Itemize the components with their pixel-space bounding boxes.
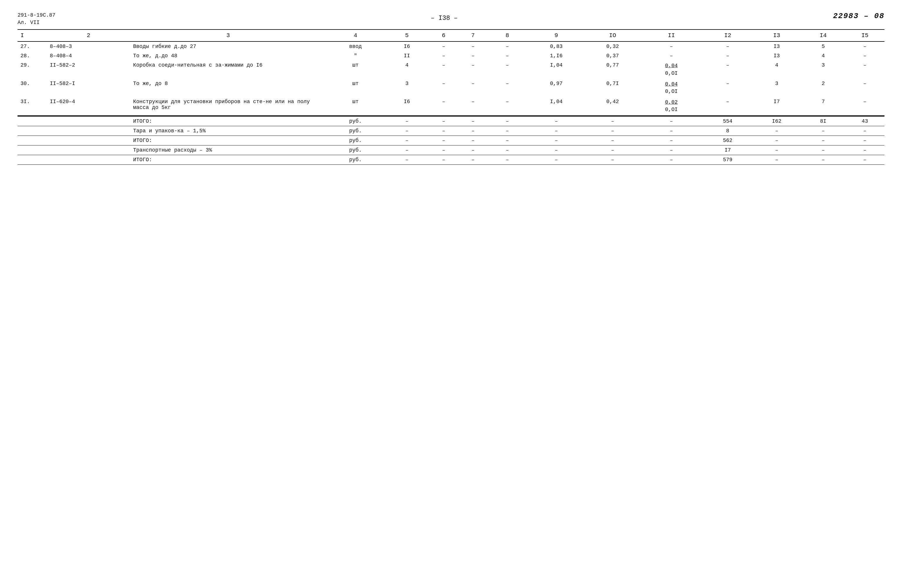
summary-col4: руб. xyxy=(326,155,385,164)
col-header-14: I4 xyxy=(801,30,845,41)
value-top: 0,04 xyxy=(665,81,678,88)
summary-col13: – xyxy=(752,126,801,136)
summary-col12: 8 xyxy=(703,126,752,136)
row-col9: I,04 xyxy=(527,97,586,116)
row-col5: I6 xyxy=(385,97,429,116)
row-name: То же, до 8 xyxy=(130,79,326,97)
row-col10: 0,32 xyxy=(586,41,639,51)
row-col5: 3 xyxy=(385,79,429,97)
row-col8: – xyxy=(488,51,527,61)
row-col11: 0,02 0,OI xyxy=(640,97,703,116)
stacked-value: 0,04 0,OI xyxy=(642,81,700,95)
row-col13: I7 xyxy=(752,97,801,116)
summary-col7: – xyxy=(459,145,488,155)
table-row: 27. 8–408–3 Вводы гибкие д.до 27 ввод I6… xyxy=(17,41,885,51)
row-col6: – xyxy=(429,97,459,116)
col-header-5: 5 xyxy=(385,30,429,41)
col-header-13: I3 xyxy=(752,30,801,41)
value-bottom: 0,OI xyxy=(665,88,678,95)
summary-col4: руб. xyxy=(326,126,385,136)
col-header-12: I2 xyxy=(703,30,752,41)
row-col13: 3 xyxy=(752,79,801,97)
summary-col9: – xyxy=(527,136,586,145)
summary-num xyxy=(17,145,47,155)
summary-col14: – xyxy=(801,145,845,155)
row-code: II–582–2 xyxy=(47,61,130,78)
summary-col10: – xyxy=(586,136,639,145)
row-col7: – xyxy=(459,97,488,116)
row-col10: 0,42 xyxy=(586,97,639,116)
summary-code xyxy=(47,126,130,136)
summary-code xyxy=(47,155,130,164)
row-col14: 3 xyxy=(801,61,845,78)
row-code: II–582–I xyxy=(47,79,130,97)
row-num: 30. xyxy=(17,79,47,97)
row-col10: 0,7I xyxy=(586,79,639,97)
row-num: 28. xyxy=(17,51,47,61)
summary-col15: – xyxy=(845,126,885,136)
row-col12: – xyxy=(703,41,752,51)
row-col4: " xyxy=(326,51,385,61)
row-col12: – xyxy=(703,79,752,97)
row-col15: – xyxy=(845,41,885,51)
header: 291-8-19С.87 Ал. VII – I38 – 22983 – 08 xyxy=(17,12,885,26)
summary-col11: – xyxy=(640,136,703,145)
summary-num xyxy=(17,126,47,136)
summary-col12: 554 xyxy=(703,116,752,126)
summary-col9: – xyxy=(527,126,586,136)
summary-col8: – xyxy=(488,126,527,136)
summary-row: ИТОГО: руб. – – – – – – – 554 I62 8I 43 xyxy=(17,116,885,126)
col-header-7: 7 xyxy=(459,30,488,41)
table-row: 30. II–582–I То же, до 8 шт 3 – – – 0,97… xyxy=(17,79,885,97)
row-name: То же, д.до 48 xyxy=(130,51,326,61)
col-header-11: II xyxy=(640,30,703,41)
stacked-value: 0,02 0,OI xyxy=(642,99,700,113)
row-code: 8–408–4 xyxy=(47,51,130,61)
summary-row: ИТОГО: руб. – – – – – – – 579 – – – xyxy=(17,155,885,164)
row-col12: – xyxy=(703,97,752,116)
row-col14: 5 xyxy=(801,41,845,51)
value-bottom: 0,OI xyxy=(665,70,678,77)
row-col7: – xyxy=(459,41,488,51)
row-col13: I3 xyxy=(752,41,801,51)
row-col5: II xyxy=(385,51,429,61)
summary-col6: – xyxy=(429,116,459,126)
row-code: II–620–4 xyxy=(47,97,130,116)
row-num: 29. xyxy=(17,61,47,78)
summary-col14: – xyxy=(801,136,845,145)
summary-col7: – xyxy=(459,126,488,136)
row-name: Конструкции для установки приборов на ст… xyxy=(130,97,326,116)
summary-col4: руб. xyxy=(326,116,385,126)
summary-col15: – xyxy=(845,155,885,164)
table-row: 29. II–582–2 Коробка соеди-нительная с з… xyxy=(17,61,885,78)
summary-col7: – xyxy=(459,155,488,164)
summary-col6: – xyxy=(429,145,459,155)
row-col10: 0,37 xyxy=(586,51,639,61)
summary-col6: – xyxy=(429,155,459,164)
summary-col5: – xyxy=(385,126,429,136)
row-col15: – xyxy=(845,97,885,116)
row-col8: – xyxy=(488,79,527,97)
col-header-4: 4 xyxy=(326,30,385,41)
summary-row: Тара и упаков-ка – 1,5% руб. – – – – – –… xyxy=(17,126,885,136)
stacked-value: 0,04 0,OI xyxy=(642,62,700,77)
row-col10: 0,77 xyxy=(586,61,639,78)
col-header-8: 8 xyxy=(488,30,527,41)
summary-col4: руб. xyxy=(326,136,385,145)
summary-col5: – xyxy=(385,116,429,126)
summary-col13: – xyxy=(752,155,801,164)
row-col4: шт xyxy=(326,79,385,97)
row-col11: 0,04 0,OI xyxy=(640,61,703,78)
doc-code: 22983 – 08 xyxy=(833,12,885,20)
summary-label: ИТОГО: xyxy=(130,136,326,145)
table-row: 28. 8–408–4 То же, д.до 48 " II – – – 1,… xyxy=(17,51,885,61)
summary-col11: – xyxy=(640,126,703,136)
summary-num xyxy=(17,155,47,164)
row-num: 27. xyxy=(17,41,47,51)
summary-col14: – xyxy=(801,126,845,136)
row-col6: – xyxy=(429,61,459,78)
row-col11: – xyxy=(640,51,703,61)
summary-col11: – xyxy=(640,145,703,155)
summary-col9: – xyxy=(527,155,586,164)
summary-col11: – xyxy=(640,155,703,164)
